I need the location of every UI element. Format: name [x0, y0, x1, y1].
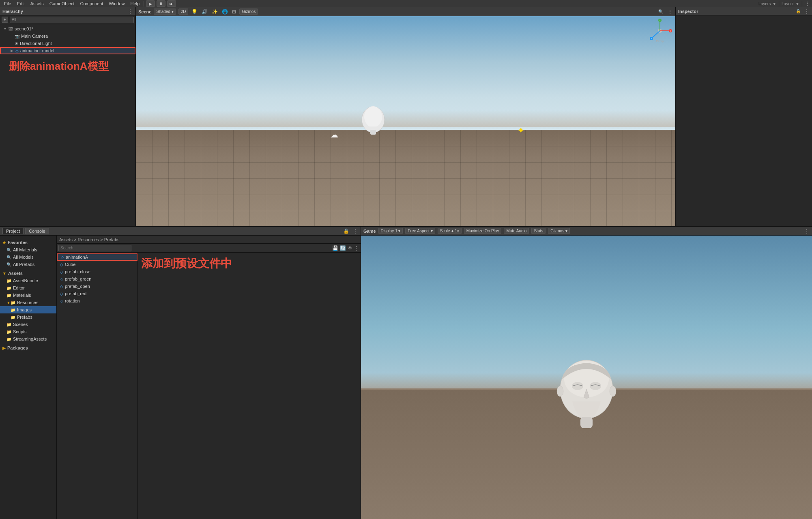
svg-point-20	[610, 386, 616, 397]
menu-component[interactable]: Component	[77, 0, 105, 7]
project-search-input[interactable]	[58, 245, 131, 251]
svg-text:Persp: Persp	[656, 40, 664, 43]
menu-gameobject[interactable]: GameObject	[47, 0, 77, 7]
game-gizmos-button[interactable]: Gizmos ▾	[548, 228, 570, 234]
game-viewport	[361, 236, 812, 519]
toolbar-separator-2	[779, 1, 779, 6]
game-more-icon[interactable]: ⋮	[804, 228, 810, 234]
menu-window[interactable]: Window	[106, 0, 127, 7]
light-label: Directional Light	[20, 41, 52, 46]
scene-viewport[interactable]: ✦ ☁	[136, 16, 675, 226]
sidebar-assetbundle[interactable]: 📁AssetBundle	[0, 277, 56, 284]
game-toolbar: Game Display 1 ▾ Free Aspect ▾ Scale ● 1…	[361, 227, 812, 236]
menu-edit[interactable]: Edit	[15, 0, 27, 7]
sidebar-scenes[interactable]: 📁Scenes	[0, 321, 56, 328]
model-arrow-icon: ▶	[11, 49, 15, 53]
game-scale-dropdown[interactable]: Scale ● 1x	[438, 228, 462, 234]
scene-fx-icon[interactable]: ✨	[211, 9, 219, 15]
tree-item-animation-model[interactable]: ▶ ◇ animation_model	[0, 47, 135, 54]
top-section: Hierarchy ⋮ + ▼ 🎬 scene01* 📷	[0, 7, 812, 226]
project-more-icon[interactable]: ⋮	[352, 228, 358, 234]
svg-point-17	[590, 382, 601, 390]
file-item-prefab-green[interactable]: ◇ prefab_green	[57, 275, 137, 283]
game-mute-button[interactable]: Mute Audio	[504, 228, 529, 234]
toolbar-right: Layers ▼ Layout ▼ ⋮	[758, 0, 810, 7]
scene-sky-icon[interactable]: 🌐	[221, 9, 229, 15]
scene-horizon	[136, 110, 675, 127]
game-stats-button[interactable]: Stats	[531, 228, 546, 234]
file-item-cube[interactable]: ◇ Cube	[57, 261, 137, 268]
scripts-folder-icon: 📁	[6, 330, 11, 334]
project-visibility-icon[interactable]: 👁	[348, 245, 352, 251]
assetbundle-folder-icon: 📁	[6, 279, 11, 283]
sidebar-resources[interactable]: ▼📁Resources	[0, 299, 56, 306]
model-label: animation_model	[20, 48, 54, 53]
scene-audio-icon[interactable]: 🔊	[201, 9, 208, 15]
scene-light-icon[interactable]: 💡	[191, 9, 198, 15]
tree-item-light[interactable]: ☀ Directional Light	[0, 40, 135, 47]
project-more-icon2[interactable]: ⋮	[354, 245, 359, 251]
project-lock-icon[interactable]: 🔒	[343, 228, 349, 234]
camera-label: Main Camera	[21, 34, 48, 39]
hierarchy-search-input[interactable]	[10, 17, 134, 23]
hierarchy-more-icon[interactable]: ⋮	[127, 8, 133, 15]
rotation-prefab-icon: ◇	[60, 299, 63, 303]
sidebar-streamingassets[interactable]: 📁StreamingAssets	[0, 335, 56, 343]
file-item-animationa[interactable]: ◇ animationA	[57, 253, 137, 261]
unity-toolbar: File Edit Assets GameObject Component Wi…	[0, 0, 812, 7]
sidebar-editor[interactable]: 📁Editor	[0, 284, 56, 292]
file-item-prefab-red[interactable]: ◇ prefab_red	[57, 290, 137, 297]
sidebar-all-prefabs[interactable]: 🔍All Prefabs	[0, 261, 56, 268]
file-prefab-green-label: prefab_green	[65, 277, 91, 281]
tab-project[interactable]: Project	[2, 228, 24, 234]
step-button[interactable]: ⏭	[167, 0, 176, 7]
sidebar-scripts[interactable]: 📁Scripts	[0, 328, 56, 335]
file-item-prefab-open[interactable]: ◇ prefab_open	[57, 283, 137, 290]
menu-file[interactable]: File	[2, 0, 14, 7]
scene-icon: 🎬	[8, 27, 13, 31]
file-animationa-label: animationA	[66, 255, 88, 260]
svg-rect-18	[580, 417, 593, 428]
sidebar-all-models[interactable]: 🔍All Models	[0, 253, 56, 261]
game-head-model	[554, 357, 619, 434]
file-item-rotation[interactable]: ◇ rotation	[57, 297, 137, 305]
tree-item-camera[interactable]: 📷 Main Camera	[0, 32, 135, 40]
scene-gizmos-dropdown[interactable]: Gizmos	[239, 9, 258, 15]
scene-more-icon[interactable]: ⋮	[667, 9, 673, 15]
hierarchy-add-button[interactable]: +	[2, 17, 8, 23]
images-folder-icon: 📁	[11, 308, 15, 312]
game-maximize-button[interactable]: Maximize On Play	[464, 228, 502, 234]
prefab-open-icon: ◇	[60, 284, 63, 289]
prefab-red-icon: ◇	[60, 292, 63, 296]
sidebar-prefabs[interactable]: 📁Prefabs	[0, 313, 56, 321]
model-icon: ◇	[15, 49, 19, 53]
tab-console[interactable]: Console	[25, 228, 49, 234]
scene-arrow-icon: ▼	[3, 27, 7, 31]
scene-toolbar: Scene Shaded ▾ 2D 💡 🔊 ✨ 🌐 ⊞ Gizmos 🔍 ⋮	[136, 7, 675, 16]
play-button[interactable]: ▶	[146, 0, 155, 7]
sidebar-all-materials[interactable]: 🔍All Materials	[0, 246, 56, 253]
inspector-header-icons: 🔒 ⋮	[796, 8, 810, 15]
hierarchy-title: Hierarchy	[2, 9, 23, 14]
project-refresh-icon[interactable]: 🔄	[340, 245, 346, 251]
scene-shading-dropdown[interactable]: Shaded ▾	[154, 9, 176, 15]
menu-assets[interactable]: Assets	[28, 0, 46, 7]
scene-2d-button[interactable]: 2D	[178, 9, 189, 15]
scene-grid-icon[interactable]: ⊞	[231, 9, 237, 15]
project-save-icon[interactable]: 💾	[332, 245, 338, 251]
game-display-dropdown[interactable]: Display 1 ▾	[378, 228, 403, 234]
game-aspect-dropdown[interactable]: Free Aspect ▾	[405, 228, 435, 234]
project-sidebar: ★ Favorites 🔍All Materials 🔍All Models 🔍…	[0, 236, 57, 519]
file-item-prefab-close[interactable]: ◇ prefab_close	[57, 268, 137, 275]
sidebar-materials[interactable]: 📁Materials	[0, 292, 56, 299]
sidebar-images[interactable]: 📁Images	[0, 306, 56, 313]
toolbar-more-icon[interactable]: ⋮	[805, 0, 810, 7]
inspector-lock-icon[interactable]: 🔒	[796, 9, 801, 13]
scenes-folder-icon: 📁	[6, 322, 11, 327]
file-list: ◇ animationA ◇ Cube ◇ prefab_c	[57, 253, 138, 519]
tree-item-scene[interactable]: ▼ 🎬 scene01*	[0, 25, 135, 32]
bottom-section: Project Console 🔒 ⋮ ★ Favorites 🔍All Mat…	[0, 226, 812, 519]
pause-button[interactable]: ⏸	[157, 0, 165, 7]
inspector-more-icon[interactable]: ⋮	[804, 8, 810, 15]
menu-help[interactable]: Help	[128, 0, 142, 7]
